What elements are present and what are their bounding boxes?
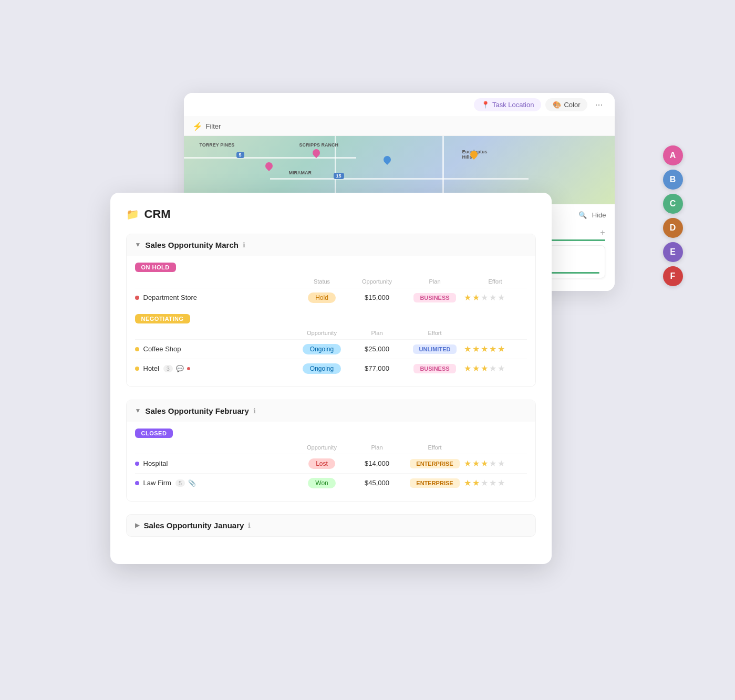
hotel-status: Ongoing — [296, 363, 348, 374]
coffee-shop-opportunity: $25,000 — [348, 345, 406, 353]
avatar-4: D — [663, 218, 683, 238]
crm-title: CRM — [144, 207, 171, 221]
hotel-plan: BUSINESS — [406, 363, 464, 373]
status-group-closed: CLOSED Opportunity Plan Effort Hospital — [135, 428, 527, 493]
stars-coffee-shop: ★ ★ ★ ★ ★ — [464, 344, 527, 354]
unlimited-plan-badge: UNLIMITED — [413, 344, 457, 354]
dot-department-store — [135, 296, 139, 300]
more-button[interactable]: ··· — [592, 98, 606, 111]
hotel-count: 3 — [163, 365, 173, 372]
tasks-actions: 🔍 Hide — [578, 211, 606, 219]
hospital-status: Lost — [296, 458, 348, 469]
stars-hotel: ★ ★ ★ ★ ★ — [464, 363, 527, 373]
section-january-header[interactable]: ▶ Sales Opportunity January ℹ — [127, 515, 535, 536]
col-label-effort-neg: Effort — [406, 330, 464, 336]
table-row-hotel: Hotel 3 💬 Ongoing $77,000 BU — [135, 359, 527, 378]
task-location-label: Task Location — [492, 101, 534, 109]
row-name-hotel: Hotel 3 💬 — [135, 364, 296, 372]
section-march-info: ℹ — [243, 241, 245, 249]
col-label-effort: Effort — [464, 278, 527, 285]
map-label-scripps: SCRIPPS RANCH — [299, 142, 339, 148]
department-store-effort: ★ ★ ★ ★ ★ — [464, 292, 527, 302]
status-group-on-hold: ON HOLD Status Opportunity Plan Effort D… — [135, 262, 527, 307]
dot-coffee-shop — [135, 347, 139, 351]
table-row-coffee-shop: Coffee Shop Ongoing $25,000 UNLIMITED ★ — [135, 339, 527, 359]
hotel-effort: ★ ★ ★ ★ ★ — [464, 363, 527, 373]
law-firm-plan: ENTERPRISE — [406, 478, 464, 488]
badge-negotiating: NEGOTIATING — [135, 314, 190, 323]
avatar-1: A — [663, 145, 683, 165]
avatar-5: E — [663, 242, 683, 262]
task-location-button[interactable]: 📍 Task Location — [474, 98, 542, 111]
section-february-info: ℹ — [253, 407, 256, 415]
avatar-2: B — [663, 170, 683, 190]
section-february: ▼ Sales Opportunity February ℹ CLOSED Op… — [126, 400, 536, 502]
lost-badge: Lost — [308, 458, 335, 469]
law-firm-effort: ★ ★ ★ ★ ★ — [464, 478, 527, 488]
color-button[interactable]: 🎨 Color — [545, 98, 587, 111]
section-march-header[interactable]: ▼ Sales Opportunity March ℹ — [127, 234, 535, 256]
hotel-label: Hotel — [143, 364, 159, 372]
badge-closed: CLOSED — [135, 429, 173, 438]
status-group-negotiating: NEGOTIATING Opportunity Plan Effort Coff… — [135, 314, 527, 378]
col-label-plan: Plan — [406, 278, 464, 285]
dot-hospital — [135, 462, 139, 466]
col-label-name — [135, 278, 296, 285]
coffee-shop-plan: UNLIMITED — [406, 344, 464, 354]
col-label-opp-neg: Opportunity — [296, 330, 348, 336]
hide-label: Hide — [592, 211, 606, 219]
won-badge: Won — [308, 478, 335, 488]
ongoing-badge-coffee: Ongoing — [303, 344, 341, 354]
enterprise-plan-badge-hospital: ENTERPRISE — [410, 459, 459, 468]
map-pin-1 — [264, 161, 274, 171]
enterprise-plan-badge-law: ENTERPRISE — [410, 478, 459, 488]
law-firm-count: 5 — [175, 479, 185, 487]
filter-icon: ⚡ — [192, 121, 203, 131]
table-row-hospital: Hospital Lost $14,000 ENTERPRISE ★ — [135, 454, 527, 473]
hospital-label: Hospital — [143, 459, 168, 467]
stars-hospital: ★ ★ ★ ★ ★ — [464, 458, 527, 468]
map-label-miramar: MIRAMAR — [289, 170, 312, 175]
avatar-6: F — [663, 266, 683, 286]
department-store-status: Hold — [296, 292, 348, 303]
section-march-title: Sales Opportunity March — [145, 241, 239, 249]
table-header-on-hold: Status Opportunity Plan Effort — [135, 276, 527, 287]
filter-label: Filter — [206, 122, 221, 130]
pin-icon: 📍 — [481, 101, 490, 109]
comment-icon: 💬 — [176, 365, 184, 372]
table-header-negotiating: Opportunity Plan Effort — [135, 328, 527, 338]
filter-bar: ⚡ Filter — [184, 117, 615, 136]
row-name-law-firm: Law Firm 5 📎 — [135, 479, 296, 487]
hold-badge: Hold — [308, 292, 336, 303]
col-label-plan-neg: Plan — [348, 330, 406, 336]
business-plan-badge-hotel: BUSINESS — [413, 364, 456, 373]
department-store-plan: BUSINESS — [406, 292, 464, 302]
col-label-plan-closed: Plan — [348, 444, 406, 451]
chevron-right-icon-jan: ▶ — [135, 521, 140, 529]
law-firm-meta: 5 📎 — [175, 479, 196, 487]
attach-icon: 📎 — [188, 479, 196, 487]
hotel-alert-dot — [187, 367, 190, 370]
kanban-normal-add[interactable]: + — [600, 228, 605, 237]
crm-icon: 📁 — [126, 208, 139, 221]
section-march: ▼ Sales Opportunity March ℹ ON HOLD Stat… — [126, 234, 536, 387]
star-4: ★ — [489, 292, 496, 302]
col-label-opportunity: Opportunity — [348, 278, 406, 285]
hotel-meta: 3 💬 — [163, 365, 190, 372]
col-label-opp-closed: Opportunity — [296, 444, 348, 451]
search-icon: 🔍 — [578, 211, 587, 219]
section-february-header[interactable]: ▼ Sales Opportunity February ℹ — [127, 400, 535, 422]
map-toolbar: 📍 Task Location 🎨 Color ··· — [184, 93, 615, 117]
section-march-body: ON HOLD Status Opportunity Plan Effort D… — [127, 262, 535, 386]
dot-hotel — [135, 367, 139, 371]
table-header-closed: Opportunity Plan Effort — [135, 442, 527, 453]
badge-on-hold: ON HOLD — [135, 263, 176, 272]
coffee-shop-label: Coffee Shop — [143, 345, 181, 353]
chevron-down-icon: ▼ — [135, 241, 141, 248]
star-2: ★ — [472, 292, 480, 302]
stars-law-firm: ★ ★ ★ ★ ★ — [464, 478, 527, 488]
hospital-opportunity: $14,000 — [348, 459, 406, 467]
table-row-department-store: Department Store Hold $15,000 BUSINESS ★ — [135, 288, 527, 307]
law-firm-label: Law Firm — [143, 479, 171, 487]
section-january: ▶ Sales Opportunity January ℹ — [126, 514, 536, 537]
